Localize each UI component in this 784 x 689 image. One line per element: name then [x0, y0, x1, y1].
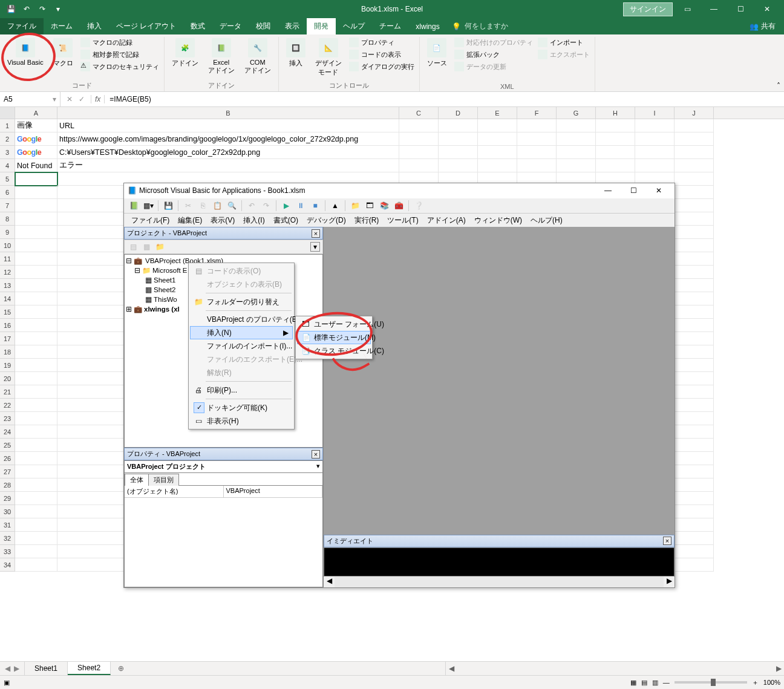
- insert-control-button[interactable]: 🔲挿入: [283, 37, 309, 69]
- vbe-excel-icon[interactable]: 📗: [128, 200, 140, 212]
- props-panel-close-icon[interactable]: ×: [312, 450, 320, 459]
- tab-data[interactable]: データ: [212, 18, 249, 34]
- cell-J33[interactable]: [675, 545, 714, 558]
- ribbon-display-icon[interactable]: ▭: [675, 0, 699, 18]
- visual-basic-button[interactable]: 📘 Visual Basic: [4, 37, 47, 67]
- page-break-view-icon[interactable]: ▥: [652, 679, 658, 687]
- cell-J25[interactable]: [675, 439, 714, 452]
- col-header-D[interactable]: D: [439, 107, 478, 119]
- cell-A7[interactable]: [15, 199, 57, 212]
- row-header-34[interactable]: 34: [0, 558, 15, 572]
- macros-button[interactable]: 📜 マクロ: [50, 37, 77, 69]
- row-header-6[interactable]: 6: [0, 186, 15, 199]
- vbe-minimize-icon[interactable]: —: [596, 184, 620, 197]
- cell-J2[interactable]: [675, 132, 714, 146]
- cell-G4[interactable]: [557, 159, 596, 172]
- sheet-tab-2[interactable]: Sheet2: [68, 662, 111, 675]
- scroll-right-icon[interactable]: ▶: [773, 664, 784, 673]
- cell-A10[interactable]: [15, 239, 57, 252]
- immediate-close-icon[interactable]: ×: [663, 537, 671, 545]
- props-tab-all[interactable]: 全体: [125, 474, 149, 486]
- col-header-F[interactable]: F: [517, 107, 557, 119]
- immediate-window[interactable]: [324, 547, 675, 576]
- tab-help[interactable]: ヘルプ: [336, 18, 372, 34]
- record-macro-status-icon[interactable]: ▣: [4, 679, 10, 687]
- row-header-11[interactable]: 11: [0, 252, 15, 266]
- cell-A4[interactable]: Not Found: [15, 159, 57, 172]
- cell-A23[interactable]: [15, 412, 57, 425]
- tab-view[interactable]: 表示: [278, 18, 307, 34]
- save-icon[interactable]: 💾: [5, 3, 17, 15]
- cell-J10[interactable]: [675, 239, 714, 252]
- cell-A33[interactable]: [15, 545, 57, 558]
- redo-icon[interactable]: ↷: [36, 3, 48, 15]
- cell-A14[interactable]: [15, 292, 57, 305]
- row-header-20[interactable]: 20: [0, 372, 15, 385]
- undo-icon[interactable]: ↶: [21, 3, 33, 15]
- select-all-corner[interactable]: [0, 107, 15, 119]
- row-header-16[interactable]: 16: [0, 319, 15, 332]
- cell-A3[interactable]: Google: [15, 146, 57, 159]
- project-panel-close-icon[interactable]: ×: [312, 229, 320, 238]
- cell-J22[interactable]: [675, 399, 714, 412]
- vbe-menu-view[interactable]: 表示(V): [207, 214, 238, 227]
- enter-formula-icon[interactable]: ✓: [79, 95, 85, 103]
- cell-H1[interactable]: [596, 119, 635, 132]
- cell-A19[interactable]: [15, 359, 57, 372]
- cell-J6[interactable]: [675, 186, 714, 199]
- design-mode-button[interactable]: 📐デザイン モード: [312, 37, 345, 78]
- zoom-level[interactable]: 100%: [763, 679, 780, 686]
- cell-E1[interactable]: [478, 119, 517, 132]
- cell-G2[interactable]: [557, 132, 596, 146]
- cell-I2[interactable]: [635, 132, 675, 146]
- row-header-29[interactable]: 29: [0, 492, 15, 505]
- vbe-menu-file[interactable]: ファイル(F): [128, 214, 173, 227]
- cell-C3[interactable]: [399, 146, 439, 159]
- vbe-close-icon[interactable]: ✕: [647, 184, 671, 197]
- cell-F3[interactable]: [517, 146, 557, 159]
- row-header-5[interactable]: 5: [0, 172, 15, 186]
- cell-J18[interactable]: [675, 345, 714, 359]
- row-header-17[interactable]: 17: [0, 332, 15, 345]
- zoom-out-icon[interactable]: —: [663, 679, 670, 686]
- relative-ref-button[interactable]: 相対参照で記録: [79, 49, 160, 60]
- row-header-25[interactable]: 25: [0, 439, 15, 452]
- tab-developer[interactable]: 開発: [307, 18, 336, 34]
- row-header-9[interactable]: 9: [0, 226, 15, 239]
- tree-meo[interactable]: Microsoft E: [152, 267, 188, 274]
- sheet-nav-next-icon[interactable]: ▶: [14, 664, 19, 673]
- vbe-props-icon[interactable]: 🗔: [364, 200, 376, 212]
- cell-A22[interactable]: [15, 399, 57, 412]
- row-header-10[interactable]: 10: [0, 239, 15, 252]
- row-header-1[interactable]: 1: [0, 119, 15, 132]
- cell-J21[interactable]: [675, 385, 714, 399]
- row-header-23[interactable]: 23: [0, 412, 15, 425]
- cell-A29[interactable]: [15, 492, 57, 505]
- project-panel-dropdown-icon[interactable]: ▾: [310, 242, 320, 252]
- cell-J32[interactable]: [675, 532, 714, 545]
- vbe-paste-icon[interactable]: 📋: [211, 200, 223, 212]
- ctx-class-module[interactable]: 📑クラス モジュール(C): [297, 344, 371, 358]
- cell-J31[interactable]: [675, 518, 714, 532]
- cell-A6[interactable]: [15, 186, 57, 199]
- cell-A16[interactable]: [15, 319, 57, 332]
- tree-sheet2[interactable]: Sheet2: [154, 286, 175, 293]
- cell-D4[interactable]: [439, 159, 478, 172]
- cell-B1[interactable]: URL: [57, 119, 399, 132]
- scroll-left-icon[interactable]: ◀: [446, 664, 457, 673]
- vbe-project-icon[interactable]: 📁: [349, 200, 361, 212]
- hscroll-track[interactable]: [457, 664, 773, 673]
- col-header-J[interactable]: J: [675, 107, 714, 119]
- props-tab-category[interactable]: 項目別: [148, 474, 179, 486]
- col-header-C[interactable]: C: [399, 107, 439, 119]
- vbe-undo-icon[interactable]: ↶: [246, 200, 258, 212]
- cell-I3[interactable]: [635, 146, 675, 159]
- row-header-24[interactable]: 24: [0, 425, 15, 439]
- vbe-cut-icon[interactable]: ✂: [182, 200, 194, 212]
- cell-H2[interactable]: [596, 132, 635, 146]
- refresh-data-button[interactable]: データの更新: [453, 61, 534, 72]
- close-icon[interactable]: ✕: [755, 0, 779, 18]
- sheet-nav-prev-icon[interactable]: ◀: [5, 664, 10, 673]
- toggle-folders-icon[interactable]: 📁: [154, 241, 166, 253]
- view-object-tool-icon[interactable]: ▦: [140, 241, 152, 253]
